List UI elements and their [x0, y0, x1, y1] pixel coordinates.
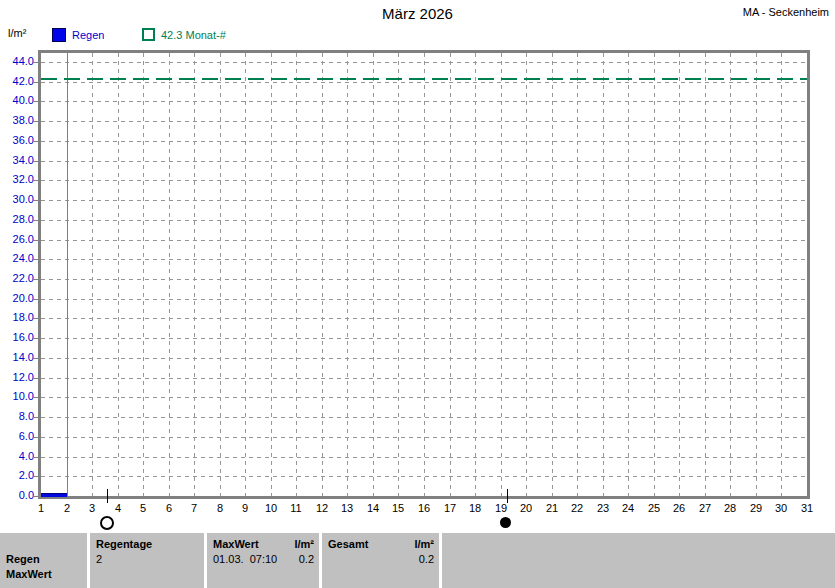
moon-phase-tick [107, 489, 108, 503]
gesamt-amount-value: 0.2 [419, 553, 434, 566]
y-axis-tick-label: 38.0 [0, 114, 34, 126]
y-axis-tick [33, 338, 38, 339]
chart-title: März 2026 [0, 5, 835, 22]
y-axis-tick [33, 82, 38, 83]
y-axis-tick [33, 200, 38, 201]
x-axis-tick-label: 31 [801, 502, 813, 514]
new-moon-icon [500, 517, 511, 528]
v-gridline [271, 53, 272, 496]
y-axis-tick [33, 457, 38, 458]
chart-plot-area [38, 50, 810, 499]
x-axis-tick-label: 4 [115, 502, 121, 514]
y-axis-tick [33, 299, 38, 300]
table-col-empty [442, 533, 835, 588]
monat-swatch-icon [142, 28, 155, 41]
y-axis-tick-label: 30.0 [0, 193, 34, 205]
y-axis-tick-label: 12.0 [0, 371, 34, 383]
moon-phase-tick [507, 489, 508, 503]
x-axis-tick-label: 17 [444, 502, 456, 514]
v-gridline [373, 53, 374, 496]
x-axis-tick-label: 8 [217, 502, 223, 514]
table-col-maxwert: MaxWert l/m² 01.03. 07:10 0.2 [207, 533, 319, 588]
x-axis-tick-label: 23 [597, 502, 609, 514]
full-moon-icon [100, 516, 114, 530]
y-axis-tick [33, 437, 38, 438]
y-axis-tick-label: 6.0 [0, 430, 34, 442]
v-gridline [552, 53, 553, 496]
x-axis-tick-label: 28 [724, 502, 736, 514]
y-axis-tick-label: 28.0 [0, 213, 34, 225]
x-axis-tick-label: 24 [622, 502, 634, 514]
y-axis-tick [33, 101, 38, 102]
regentage-header: Regentage [90, 538, 204, 551]
x-axis-tick-label: 13 [341, 502, 353, 514]
x-axis-tick-label: 22 [571, 502, 583, 514]
y-axis-tick [33, 180, 38, 181]
y-axis-tick [33, 417, 38, 418]
v-gridline [756, 53, 757, 496]
v-gridline [603, 53, 604, 496]
v-gridline [143, 53, 144, 496]
v-gridline [245, 53, 246, 496]
x-axis-tick-label: 3 [89, 502, 95, 514]
v-gridline [679, 53, 680, 496]
y-axis-tick [33, 279, 38, 280]
v-gridline [118, 53, 119, 496]
y-axis-tick-label: 34.0 [0, 154, 34, 166]
table-col-rowlabels: Regen MaxWert [0, 533, 87, 588]
v-gridline [450, 53, 451, 496]
y-axis-tick [33, 240, 38, 241]
x-axis-tick-label: 18 [469, 502, 481, 514]
y-axis-tick-label: 4.0 [0, 450, 34, 462]
y-axis-tick [33, 141, 38, 142]
v-gridline [526, 53, 527, 496]
v-gridline [347, 53, 348, 496]
y-axis-tick [33, 259, 38, 260]
x-axis-tick-label: 7 [191, 502, 197, 514]
y-axis-tick [33, 318, 38, 319]
x-axis-tick-label: 30 [775, 502, 787, 514]
summary-table: Regen MaxWert Regentage 2 MaxWert l/m² 0… [0, 533, 835, 588]
y-axis-tick-label: 22.0 [0, 272, 34, 284]
y-axis-tick-label: 0.0 [0, 489, 34, 501]
y-axis-tick [33, 476, 38, 477]
y-axis-tick-label: 40.0 [0, 94, 34, 106]
month-reference-line [41, 78, 807, 80]
y-axis-tick [33, 358, 38, 359]
table-col-gesamt: Gesamt l/m² 0.2 [322, 533, 439, 588]
x-axis-tick-label: 12 [316, 502, 328, 514]
x-axis-tick-label: 5 [140, 502, 146, 514]
maxwert-datetime-value: 01.03. 07:10 [213, 553, 277, 566]
legend-monat-label: 42.3 Monat-# [161, 29, 226, 41]
v-gridline [322, 53, 323, 496]
y-axis-tick-label: 18.0 [0, 311, 34, 323]
x-axis-tick-label: 1 [38, 502, 44, 514]
y-axis-tick-label: 14.0 [0, 351, 34, 363]
x-axis-tick-label: 6 [166, 502, 172, 514]
legend-regen-label: Regen [72, 29, 104, 41]
y-axis-tick-label: 26.0 [0, 233, 34, 245]
y-axis-tick [33, 496, 38, 497]
current-day-marker-line [67, 53, 68, 496]
x-axis-tick-label: 25 [648, 502, 660, 514]
regentage-value: 2 [90, 553, 204, 566]
x-axis-tick-label: 21 [546, 502, 558, 514]
v-gridline [475, 53, 476, 496]
x-axis-tick-label: 16 [418, 502, 430, 514]
y-axis-tick-label: 36.0 [0, 134, 34, 146]
maxwert-unit-header: l/m² [294, 538, 314, 551]
x-axis-tick-label: 26 [673, 502, 685, 514]
y-axis-tick [33, 378, 38, 379]
v-gridline [628, 53, 629, 496]
v-gridline [501, 53, 502, 496]
weather-chart-window: März 2026 MA - Seckenheim l/m² Regen 42.… [0, 0, 835, 588]
maxwert-header: MaxWert [213, 538, 259, 551]
y-axis-tick [33, 62, 38, 63]
gesamt-header: Gesamt [328, 538, 368, 551]
station-name: MA - Seckenheim [743, 6, 829, 18]
v-gridline [730, 53, 731, 496]
x-axis-tick-label: 19 [495, 502, 507, 514]
v-gridline [654, 53, 655, 496]
legend-item-regen: Regen [52, 28, 104, 42]
gesamt-unit-header: l/m² [414, 538, 434, 551]
